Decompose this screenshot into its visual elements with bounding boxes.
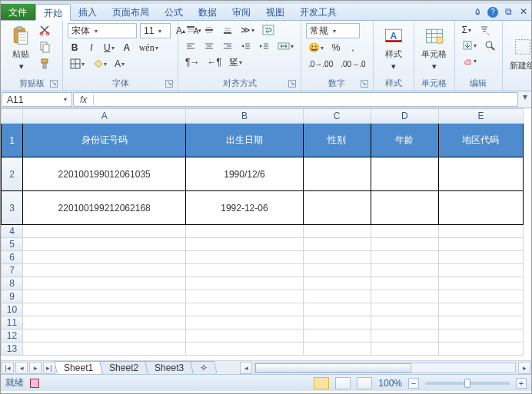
- cell[interactable]: [371, 238, 438, 251]
- help-icon[interactable]: ?: [485, 4, 500, 20]
- dialog-launcher-icon[interactable]: ↘: [50, 80, 58, 88]
- new-sheet-icon[interactable]: ✧: [190, 361, 218, 374]
- col-header[interactable]: A: [23, 109, 186, 124]
- tab-formula[interactable]: 公式: [157, 4, 191, 20]
- align-center-icon[interactable]: [201, 39, 217, 53]
- row-header[interactable]: 12: [2, 329, 23, 343]
- tab-review[interactable]: 审阅: [224, 4, 258, 20]
- font-color-a-icon[interactable]: A: [120, 41, 134, 55]
- col-header[interactable]: B: [186, 109, 303, 124]
- select-all-corner[interactable]: [2, 109, 23, 124]
- worksheet-grid[interactable]: A B C D E 1 身份证号码 出生日期 性别 年龄 地区代码 2 2201…: [1, 108, 531, 360]
- prev-sheet-icon[interactable]: ◂: [15, 362, 28, 374]
- cell[interactable]: [23, 303, 186, 316]
- tab-file[interactable]: 文件: [1, 4, 35, 20]
- cell[interactable]: 1990/12/6: [186, 157, 303, 191]
- vertical-text-icon[interactable]: 竖▾: [227, 55, 244, 69]
- increase-indent-icon[interactable]: [257, 39, 272, 53]
- cell[interactable]: [303, 238, 371, 251]
- number-format-combo[interactable]: 常规▾: [306, 23, 360, 38]
- cell[interactable]: 年龄: [371, 124, 438, 157]
- next-sheet-icon[interactable]: ▸: [29, 362, 42, 374]
- cell[interactable]: 性别: [303, 124, 371, 157]
- cell[interactable]: [23, 277, 186, 290]
- dialog-launcher-icon[interactable]: ↘: [361, 80, 368, 88]
- cell[interactable]: [23, 329, 186, 343]
- cell[interactable]: [186, 329, 303, 343]
- rtl-icon[interactable]: ←¶: [204, 55, 223, 69]
- cell[interactable]: [303, 329, 371, 343]
- copy-icon[interactable]: [36, 40, 53, 54]
- name-box[interactable]: A11▾: [2, 92, 72, 107]
- row-header[interactable]: 5: [2, 238, 23, 251]
- sheet-tab[interactable]: Sheet3: [145, 361, 194, 374]
- row-header[interactable]: 2: [2, 157, 23, 191]
- percent-icon[interactable]: %: [329, 41, 343, 55]
- dialog-launcher-icon[interactable]: ↘: [288, 80, 296, 88]
- cell[interactable]: [371, 290, 438, 303]
- align-bottom-icon[interactable]: [220, 23, 235, 37]
- expand-formula-bar-icon[interactable]: ▾: [519, 91, 531, 108]
- first-sheet-icon[interactable]: |◂: [2, 362, 14, 374]
- tab-view[interactable]: 视图: [258, 4, 292, 20]
- col-header[interactable]: E: [438, 109, 523, 124]
- tab-data[interactable]: 数据: [191, 4, 224, 20]
- cell[interactable]: [23, 290, 186, 303]
- cell[interactable]: [371, 225, 438, 238]
- row-header[interactable]: 7: [2, 264, 23, 277]
- zoom-out-icon[interactable]: −: [408, 378, 419, 389]
- cell[interactable]: [23, 251, 186, 264]
- cell[interactable]: [438, 238, 523, 251]
- cell[interactable]: [371, 316, 438, 329]
- row-header[interactable]: 11: [2, 316, 23, 329]
- cell[interactable]: [438, 225, 523, 238]
- cell[interactable]: [186, 290, 303, 303]
- ltr-icon[interactable]: ¶→: [183, 55, 201, 69]
- hscroll-thumb[interactable]: [255, 363, 411, 372]
- cell[interactable]: [186, 238, 303, 251]
- cell[interactable]: [438, 343, 523, 356]
- cell[interactable]: [186, 225, 303, 238]
- tab-layout[interactable]: 页面布局: [105, 4, 157, 20]
- sort-filter-icon[interactable]: [477, 23, 492, 37]
- font-color-icon[interactable]: A▾: [112, 57, 127, 71]
- cell[interactable]: [438, 264, 523, 277]
- align-middle-icon[interactable]: [201, 23, 217, 37]
- cell[interactable]: [438, 303, 523, 316]
- col-header[interactable]: C: [303, 109, 371, 124]
- hscroll-track[interactable]: [254, 363, 516, 373]
- clear-icon[interactable]: ▾: [460, 54, 479, 68]
- find-select-icon[interactable]: [482, 38, 497, 52]
- cell[interactable]: 出生日期: [186, 124, 303, 157]
- cell[interactable]: [23, 316, 186, 329]
- cell[interactable]: [438, 157, 523, 191]
- sheet-tab[interactable]: Sheet2: [99, 361, 148, 374]
- zoom-level[interactable]: 100%: [378, 378, 402, 389]
- cell[interactable]: [438, 290, 523, 303]
- styles-button[interactable]: A 样式▾: [378, 23, 409, 74]
- cell[interactable]: [23, 225, 186, 238]
- font-size-combo[interactable]: 11▾: [140, 23, 171, 38]
- cell[interactable]: [186, 316, 303, 329]
- font-name-combo[interactable]: 宋体▾: [68, 23, 137, 38]
- last-sheet-icon[interactable]: ▸|: [43, 362, 55, 374]
- row-header[interactable]: 4: [2, 225, 23, 238]
- cell[interactable]: [438, 329, 523, 343]
- border-icon[interactable]: ▾: [68, 57, 87, 71]
- row-header[interactable]: 8: [2, 277, 23, 290]
- cell[interactable]: [186, 251, 303, 264]
- tab-dev[interactable]: 开发工具: [292, 4, 344, 20]
- underline-icon[interactable]: U▾: [101, 41, 117, 55]
- cell[interactable]: [23, 238, 186, 251]
- bold-icon[interactable]: B: [68, 41, 81, 55]
- cell[interactable]: [303, 277, 371, 290]
- cell[interactable]: [438, 191, 523, 225]
- row-header[interactable]: 13: [2, 343, 23, 356]
- row-header[interactable]: 1: [2, 124, 23, 157]
- cell[interactable]: [438, 251, 523, 264]
- normal-view-icon[interactable]: [314, 377, 329, 389]
- align-right-icon[interactable]: [220, 39, 235, 53]
- cell[interactable]: [371, 303, 438, 316]
- cell[interactable]: [303, 303, 371, 316]
- cell[interactable]: 220100199012061035: [23, 157, 186, 191]
